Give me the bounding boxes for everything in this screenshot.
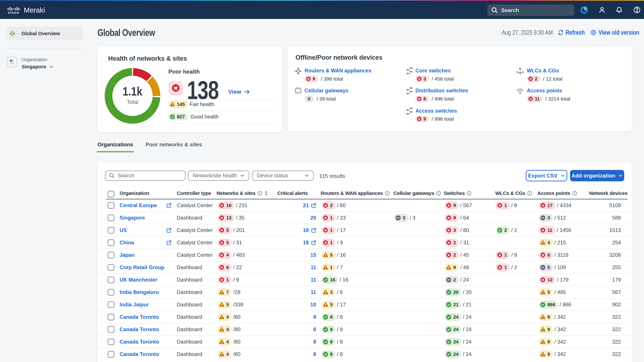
- svg-text:cisco: cisco: [8, 10, 19, 14]
